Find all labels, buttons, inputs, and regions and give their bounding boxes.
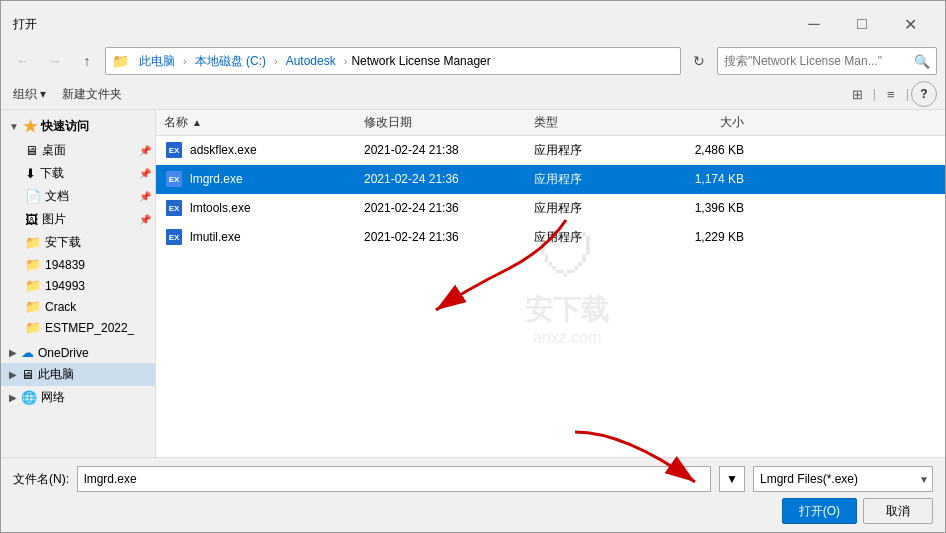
194993-label: 194993	[45, 279, 85, 293]
filename-adskflex: adskflex.exe	[190, 143, 364, 157]
filename-row: 文件名(N): ▼ Lmgrd Files(*.exe) ▼	[13, 466, 933, 492]
sidebar-item-estmep[interactable]: 📁 ESTMEP_2022_	[1, 317, 155, 338]
filesize-lmgrd: 1,174 KB	[664, 172, 744, 186]
filedate-lmtools: 2021-02-24 21:36	[364, 201, 534, 215]
back-button[interactable]: ←	[9, 47, 37, 75]
open-button[interactable]: 打开(O)	[782, 498, 857, 524]
file-icon-lmtools: EX	[164, 198, 184, 218]
dialog-title: 打开	[13, 16, 37, 33]
onedrive-icon: ☁	[21, 345, 34, 360]
breadcrumb-thispc[interactable]: 此电脑	[135, 51, 179, 72]
list-view-button[interactable]: ≡	[878, 81, 904, 107]
divider2: |	[906, 87, 909, 101]
expand-icon: ▼	[9, 121, 19, 132]
filetype-adskflex: 应用程序	[534, 142, 664, 159]
folder-icon-crack: 📁	[25, 299, 41, 314]
file-row-lmtools[interactable]: EX lmtools.exe 2021-02-24 21:36 应用程序 1,3…	[156, 194, 945, 223]
folder-icon: 📁	[112, 53, 129, 69]
sidebar-item-desktop[interactable]: 🖥 桌面 📌	[1, 139, 155, 162]
expand-icon-network: ▶	[9, 392, 17, 403]
file-list: EX adskflex.exe 2021-02-24 21:38 应用程序 2,…	[156, 136, 945, 457]
anxz-label: 安下载	[45, 234, 81, 251]
breadcrumb-drive[interactable]: 本地磁盘 (C:)	[191, 51, 270, 72]
network-icon: 🌐	[21, 390, 37, 405]
sidebar-item-downloads[interactable]: ⬇ 下载 📌	[1, 162, 155, 185]
title-bar: 打开 ─ □ ✕	[1, 1, 945, 43]
quick-access-header[interactable]: ▼ ★ 快速访问	[1, 114, 155, 139]
file-row-lmutil[interactable]: EX lmutil.exe 2021-02-24 21:36 应用程序 1,22…	[156, 223, 945, 252]
minimize-button[interactable]: ─	[791, 9, 837, 39]
filename-input[interactable]	[77, 466, 711, 492]
desktop-label: 桌面	[42, 142, 66, 159]
docs-label: 文档	[45, 188, 69, 205]
star-icon: ★	[23, 117, 37, 136]
col-name-header[interactable]: 名称 ▲	[164, 114, 364, 131]
window-controls: ─ □ ✕	[791, 9, 933, 39]
cancel-button[interactable]: 取消	[863, 498, 933, 524]
filename-lmtools: lmtools.exe	[190, 201, 364, 215]
bottom-bar: 文件名(N): ▼ Lmgrd Files(*.exe) ▼ 打开(O) 取消	[1, 457, 945, 532]
file-row-adskflex[interactable]: EX adskflex.exe 2021-02-24 21:38 应用程序 2,…	[156, 136, 945, 165]
sidebar-item-docs[interactable]: 📄 文档 📌	[1, 185, 155, 208]
sidebar-item-194839[interactable]: 📁 194839	[1, 254, 155, 275]
up-button[interactable]: ↑	[73, 47, 101, 75]
pin-icon: 📌	[139, 145, 151, 156]
downloads-icon: ⬇	[25, 166, 36, 181]
close-button[interactable]: ✕	[887, 9, 933, 39]
sidebar-item-onedrive[interactable]: ▶ ☁ OneDrive	[1, 342, 155, 363]
search-input[interactable]	[724, 54, 914, 68]
network-label: 网络	[41, 389, 65, 406]
pin-icon3: 📌	[139, 191, 151, 202]
downloads-label: 下载	[40, 165, 64, 182]
filetype-lmgrd: 应用程序	[534, 171, 664, 188]
organize-button[interactable]: 组织 ▾	[9, 81, 50, 107]
sort-arrow: ▲	[192, 117, 202, 128]
filesize-lmtools: 1,396 KB	[664, 201, 744, 215]
file-row-lmgrd[interactable]: EX lmgrd.exe 2021-02-24 21:36 应用程序 1,174…	[156, 165, 945, 194]
grid-view-button[interactable]: ⊞	[845, 81, 871, 107]
action-toolbar: 组织 ▾ 新建文件夹 ⊞ | ≡ | ?	[1, 79, 945, 110]
col-date-header[interactable]: 修改日期	[364, 114, 534, 131]
estmep-label: ESTMEP_2022_	[45, 321, 134, 335]
sidebar-item-pictures[interactable]: 🖼 图片 📌	[1, 208, 155, 231]
expand-icon-onedrive: ▶	[9, 347, 17, 358]
194839-label: 194839	[45, 258, 85, 272]
refresh-button[interactable]: ↻	[685, 47, 713, 75]
folder-icon-194993: 📁	[25, 278, 41, 293]
filedate-lmutil: 2021-02-24 21:36	[364, 230, 534, 244]
help-button[interactable]: ?	[911, 81, 937, 107]
file-list-header: 名称 ▲ 修改日期 类型 大小	[156, 110, 945, 136]
sidebar-item-194993[interactable]: 📁 194993	[1, 275, 155, 296]
folder-icon-estmep: 📁	[25, 320, 41, 335]
col-type-header[interactable]: 类型	[534, 114, 664, 131]
filename-lmgrd: lmgrd.exe	[190, 172, 364, 186]
open-dialog: 打开 ─ □ ✕ ← → ↑ 📁 此电脑 › 本地磁盘 (C:) › Autod…	[0, 0, 946, 533]
filetype-select[interactable]: Lmgrd Files(*.exe)	[753, 466, 933, 492]
sidebar-item-network[interactable]: ▶ 🌐 网络	[1, 386, 155, 409]
forward-button[interactable]: →	[41, 47, 69, 75]
sidebar-item-anxz[interactable]: 📁 安下载	[1, 231, 155, 254]
sidebar-item-thispc[interactable]: ▶ 🖥 此电脑	[1, 363, 155, 386]
col-size-header[interactable]: 大小	[664, 114, 744, 131]
sidebar: ▼ ★ 快速访问 🖥 桌面 📌 ⬇ 下载 📌 📄 文档 📌	[1, 110, 156, 457]
filetype-lmutil: 应用程序	[534, 229, 664, 246]
filename-dropdown-wrapper: ▼	[719, 466, 745, 492]
filedate-lmgrd: 2021-02-24 21:36	[364, 172, 534, 186]
filename-lmutil: lmutil.exe	[190, 230, 364, 244]
pc-icon: 🖥	[21, 367, 34, 382]
filetype-lmtools: 应用程序	[534, 200, 664, 217]
onedrive-label: OneDrive	[38, 346, 89, 360]
quick-access-section: ▼ ★ 快速访问 🖥 桌面 📌 ⬇ 下载 📌 📄 文档 📌	[1, 114, 155, 338]
pin-icon4: 📌	[139, 214, 151, 225]
filename-dropdown-btn[interactable]: ▼	[719, 466, 745, 492]
search-bar: 🔍	[717, 47, 937, 75]
breadcrumb-autodesk[interactable]: Autodesk	[282, 52, 340, 70]
filename-label: 文件名(N):	[13, 471, 69, 488]
filesize-adskflex: 2,486 KB	[664, 143, 744, 157]
maximize-button[interactable]: □	[839, 9, 885, 39]
expand-icon-thispc: ▶	[9, 369, 17, 380]
divider: |	[873, 87, 876, 101]
sidebar-item-crack[interactable]: 📁 Crack	[1, 296, 155, 317]
folder-icon-anxz: 📁	[25, 235, 41, 250]
new-folder-button[interactable]: 新建文件夹	[58, 81, 126, 107]
